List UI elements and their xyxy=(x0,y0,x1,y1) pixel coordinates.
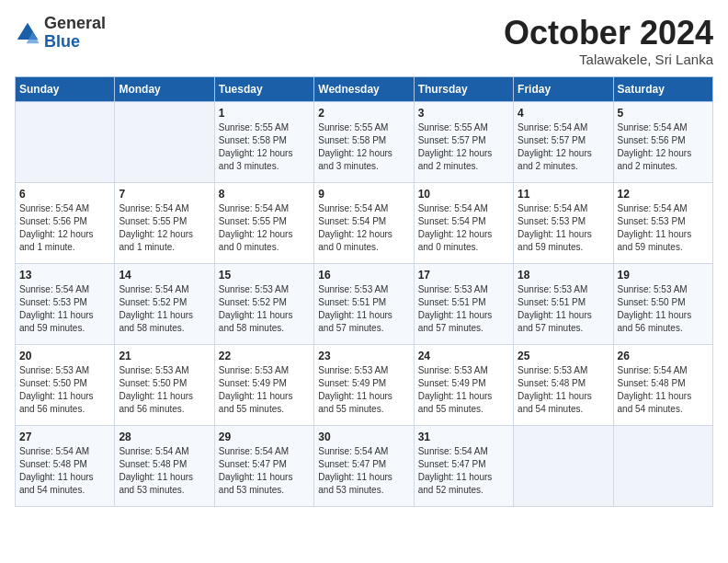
day-info: Sunrise: 5:53 AM Sunset: 5:52 PM Dayligh… xyxy=(219,283,310,335)
day-number: 22 xyxy=(219,350,310,362)
day-number: 15 xyxy=(219,269,310,282)
header-tuesday: Tuesday xyxy=(214,76,313,101)
week-row-3: 13Sunrise: 5:54 AM Sunset: 5:53 PM Dayli… xyxy=(16,263,713,344)
calendar-cell: 4Sunrise: 5:54 AM Sunset: 5:57 PM Daylig… xyxy=(514,101,613,182)
header: General Blue October 2024 Talawakele, Sr… xyxy=(15,15,713,67)
day-info: Sunrise: 5:53 AM Sunset: 5:51 PM Dayligh… xyxy=(418,283,509,335)
day-number: 20 xyxy=(19,350,110,362)
day-info: Sunrise: 5:55 AM Sunset: 5:58 PM Dayligh… xyxy=(219,121,310,173)
header-thursday: Thursday xyxy=(414,76,513,101)
day-number: 27 xyxy=(19,431,110,443)
calendar-cell: 20Sunrise: 5:53 AM Sunset: 5:50 PM Dayli… xyxy=(16,344,115,425)
calendar-cell xyxy=(115,101,214,182)
calendar-cell: 13Sunrise: 5:54 AM Sunset: 5:53 PM Dayli… xyxy=(16,263,115,344)
day-number: 5 xyxy=(618,107,709,120)
day-info: Sunrise: 5:54 AM Sunset: 5:55 PM Dayligh… xyxy=(219,202,310,254)
day-number: 26 xyxy=(618,350,709,362)
day-info: Sunrise: 5:54 AM Sunset: 5:48 PM Dayligh… xyxy=(119,445,210,497)
calendar-cell xyxy=(514,425,613,506)
header-row: SundayMondayTuesdayWednesdayThursdayFrid… xyxy=(16,76,713,101)
day-number: 23 xyxy=(318,350,409,362)
day-number: 29 xyxy=(219,431,310,443)
day-number: 24 xyxy=(418,350,509,362)
calendar-cell xyxy=(613,425,712,506)
day-number: 8 xyxy=(219,188,310,201)
day-number: 4 xyxy=(518,107,609,120)
day-info: Sunrise: 5:54 AM Sunset: 5:47 PM Dayligh… xyxy=(318,445,409,497)
calendar-cell: 17Sunrise: 5:53 AM Sunset: 5:51 PM Dayli… xyxy=(414,263,513,344)
calendar-cell: 9Sunrise: 5:54 AM Sunset: 5:54 PM Daylig… xyxy=(314,182,414,263)
header-friday: Friday xyxy=(514,76,613,101)
location-subtitle: Talawakele, Sri Lanka xyxy=(504,52,713,67)
calendar-cell: 8Sunrise: 5:54 AM Sunset: 5:55 PM Daylig… xyxy=(214,182,313,263)
day-number: 13 xyxy=(19,269,110,282)
day-info: Sunrise: 5:53 AM Sunset: 5:50 PM Dayligh… xyxy=(618,283,709,335)
calendar-cell: 23Sunrise: 5:53 AM Sunset: 5:49 PM Dayli… xyxy=(314,344,414,425)
day-info: Sunrise: 5:53 AM Sunset: 5:51 PM Dayligh… xyxy=(318,283,409,335)
day-number: 3 xyxy=(418,107,509,120)
day-info: Sunrise: 5:55 AM Sunset: 5:57 PM Dayligh… xyxy=(418,121,509,173)
calendar-cell: 28Sunrise: 5:54 AM Sunset: 5:48 PM Dayli… xyxy=(115,425,214,506)
calendar-cell: 10Sunrise: 5:54 AM Sunset: 5:54 PM Dayli… xyxy=(414,182,513,263)
day-info: Sunrise: 5:54 AM Sunset: 5:47 PM Dayligh… xyxy=(418,445,509,497)
day-number: 9 xyxy=(318,188,409,201)
calendar-cell: 22Sunrise: 5:53 AM Sunset: 5:49 PM Dayli… xyxy=(214,344,313,425)
day-number: 6 xyxy=(19,188,110,201)
calendar-cell: 12Sunrise: 5:54 AM Sunset: 5:53 PM Dayli… xyxy=(613,182,712,263)
calendar-cell: 11Sunrise: 5:54 AM Sunset: 5:53 PM Dayli… xyxy=(514,182,613,263)
day-number: 10 xyxy=(418,188,509,201)
day-number: 17 xyxy=(418,269,509,282)
day-number: 1 xyxy=(219,107,310,120)
week-row-4: 20Sunrise: 5:53 AM Sunset: 5:50 PM Dayli… xyxy=(16,344,713,425)
calendar-cell: 1Sunrise: 5:55 AM Sunset: 5:58 PM Daylig… xyxy=(214,101,313,182)
day-info: Sunrise: 5:54 AM Sunset: 5:48 PM Dayligh… xyxy=(19,445,110,497)
calendar-cell: 15Sunrise: 5:53 AM Sunset: 5:52 PM Dayli… xyxy=(214,263,313,344)
calendar-cell: 19Sunrise: 5:53 AM Sunset: 5:50 PM Dayli… xyxy=(613,263,712,344)
header-sunday: Sunday xyxy=(16,76,115,101)
day-info: Sunrise: 5:53 AM Sunset: 5:49 PM Dayligh… xyxy=(318,364,409,416)
day-number: 16 xyxy=(318,269,409,282)
day-number: 31 xyxy=(418,431,509,443)
day-info: Sunrise: 5:53 AM Sunset: 5:49 PM Dayligh… xyxy=(219,364,310,416)
day-info: Sunrise: 5:54 AM Sunset: 5:56 PM Dayligh… xyxy=(19,202,110,254)
calendar-cell: 24Sunrise: 5:53 AM Sunset: 5:49 PM Dayli… xyxy=(414,344,513,425)
week-row-1: 1Sunrise: 5:55 AM Sunset: 5:58 PM Daylig… xyxy=(16,101,713,182)
logo: General Blue xyxy=(15,15,106,52)
calendar-cell: 16Sunrise: 5:53 AM Sunset: 5:51 PM Dayli… xyxy=(314,263,414,344)
day-number: 21 xyxy=(119,350,210,362)
day-info: Sunrise: 5:54 AM Sunset: 5:57 PM Dayligh… xyxy=(518,121,609,173)
day-info: Sunrise: 5:53 AM Sunset: 5:49 PM Dayligh… xyxy=(418,364,509,416)
calendar-cell: 7Sunrise: 5:54 AM Sunset: 5:55 PM Daylig… xyxy=(115,182,214,263)
day-info: Sunrise: 5:54 AM Sunset: 5:48 PM Dayligh… xyxy=(618,364,709,416)
day-info: Sunrise: 5:54 AM Sunset: 5:53 PM Dayligh… xyxy=(19,283,110,335)
day-info: Sunrise: 5:54 AM Sunset: 5:55 PM Dayligh… xyxy=(119,202,210,254)
day-number: 19 xyxy=(618,269,709,282)
header-monday: Monday xyxy=(115,76,214,101)
day-info: Sunrise: 5:54 AM Sunset: 5:56 PM Dayligh… xyxy=(618,121,709,173)
day-info: Sunrise: 5:53 AM Sunset: 5:50 PM Dayligh… xyxy=(119,364,210,416)
day-info: Sunrise: 5:54 AM Sunset: 5:52 PM Dayligh… xyxy=(119,283,210,335)
day-number: 28 xyxy=(119,431,210,443)
calendar-cell: 3Sunrise: 5:55 AM Sunset: 5:57 PM Daylig… xyxy=(414,101,513,182)
calendar-cell: 25Sunrise: 5:53 AM Sunset: 5:48 PM Dayli… xyxy=(514,344,613,425)
calendar-cell: 26Sunrise: 5:54 AM Sunset: 5:48 PM Dayli… xyxy=(613,344,712,425)
day-number: 7 xyxy=(119,188,210,201)
calendar-cell: 14Sunrise: 5:54 AM Sunset: 5:52 PM Dayli… xyxy=(115,263,214,344)
calendar-cell: 6Sunrise: 5:54 AM Sunset: 5:56 PM Daylig… xyxy=(16,182,115,263)
day-number: 12 xyxy=(618,188,709,201)
day-info: Sunrise: 5:53 AM Sunset: 5:50 PM Dayligh… xyxy=(19,364,110,416)
calendar-cell: 18Sunrise: 5:53 AM Sunset: 5:51 PM Dayli… xyxy=(514,263,613,344)
day-number: 18 xyxy=(518,269,609,282)
title-area: October 2024 Talawakele, Sri Lanka xyxy=(504,15,713,67)
day-number: 30 xyxy=(318,431,409,443)
calendar-cell: 29Sunrise: 5:54 AM Sunset: 5:47 PM Dayli… xyxy=(214,425,313,506)
calendar-cell: 2Sunrise: 5:55 AM Sunset: 5:58 PM Daylig… xyxy=(314,101,414,182)
calendar-cell: 27Sunrise: 5:54 AM Sunset: 5:48 PM Dayli… xyxy=(16,425,115,506)
calendar-table: SundayMondayTuesdayWednesdayThursdayFrid… xyxy=(15,76,713,507)
day-info: Sunrise: 5:54 AM Sunset: 5:53 PM Dayligh… xyxy=(618,202,709,254)
calendar-cell: 30Sunrise: 5:54 AM Sunset: 5:47 PM Dayli… xyxy=(314,425,414,506)
calendar-cell: 5Sunrise: 5:54 AM Sunset: 5:56 PM Daylig… xyxy=(613,101,712,182)
day-info: Sunrise: 5:53 AM Sunset: 5:51 PM Dayligh… xyxy=(518,283,609,335)
day-number: 2 xyxy=(318,107,409,120)
logo-icon xyxy=(15,20,40,46)
